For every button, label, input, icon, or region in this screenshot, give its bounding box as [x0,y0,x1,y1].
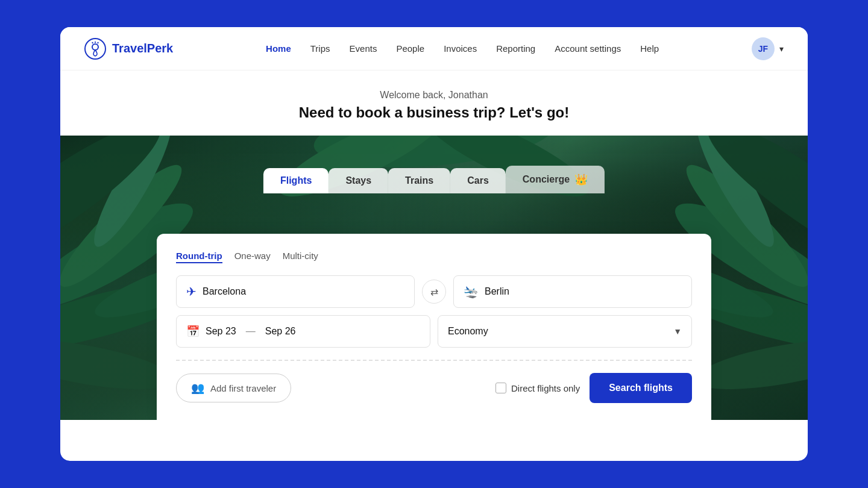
nav-trips[interactable]: Trips [310,43,330,54]
nav-events[interactable]: Events [350,43,377,54]
cabin-class-select[interactable]: Economy ▼ [438,315,692,348]
tab-cars[interactable]: Cars [450,168,506,193]
tab-flights-label: Flights [280,175,312,186]
nav-people[interactable]: People [396,43,424,54]
origin-field[interactable]: ✈ Barcelona [176,275,415,308]
tab-flights[interactable]: Flights [263,168,329,193]
destination-field[interactable]: 🛬 Berlin [453,275,692,308]
swap-button[interactable]: ⇄ [422,280,446,304]
main-nav: Home Trips Events People Invoices Report… [266,43,659,54]
bottom-right: Direct flights only Search flights [495,373,692,403]
add-traveler-label: Add first traveler [210,383,276,393]
date-separator: — [246,326,256,337]
logo[interactable]: TravelPerk [84,38,173,60]
avatar[interactable]: JF [752,37,775,60]
cabin-class-value: Economy [448,326,488,337]
svg-line-4 [92,42,93,43]
app-window: TravelPerk Home Trips Events People Invo… [60,27,808,461]
date-cabin-row: 📅 Sep 23 — Sep 26 Economy ▼ [176,315,692,348]
tab-stays-label: Stays [345,175,371,186]
tab-concierge[interactable]: Concierge 👑 [506,166,605,193]
cabin-chevron-icon: ▼ [673,327,682,336]
route-row: ✈ Barcelona ⇄ 🛬 Berlin [176,275,692,308]
welcome-greeting: Welcome back, Jonathan [60,90,808,101]
trip-type-multi-city[interactable]: Multi-city [283,251,318,263]
trip-type-tabs: Round-trip One-way Multi-city [176,251,692,263]
nav-account-settings[interactable]: Account settings [555,43,621,54]
nav-invoices[interactable]: Invoices [444,43,477,54]
arrival-plane-icon: 🛬 [464,284,479,299]
hero-area: Flights Stays Trains Cars Concierge 👑 Ro… [60,136,808,420]
tab-trains[interactable]: Trains [388,168,450,193]
tab-cars-label: Cars [467,175,489,186]
welcome-section: Welcome back, Jonathan Need to book a bu… [60,70,808,121]
trip-type-one-way[interactable]: One-way [234,251,271,263]
search-card: Round-trip One-way Multi-city ✈ Barcelon… [157,234,711,420]
welcome-headline: Need to book a business trip? Let's go! [60,104,808,121]
bottom-row: 👥 Add first traveler Direct flights only… [176,373,692,403]
direct-flights-text: Direct flights only [511,383,580,393]
chevron-down-icon[interactable]: ▾ [779,44,784,54]
concierge-crown-icon: 👑 [574,173,588,186]
nav-home[interactable]: Home [266,43,291,54]
date-range-field[interactable]: 📅 Sep 23 — Sep 26 [176,315,430,348]
logo-icon [84,38,106,60]
svg-line-3 [98,42,98,43]
search-tabs: Flights Stays Trains Cars Concierge 👑 [263,166,605,193]
origin-value: Barcelona [203,286,246,297]
header: TravelPerk Home Trips Events People Invo… [60,27,808,70]
add-traveler-icon: 👥 [191,381,204,395]
direct-flights-checkbox[interactable] [495,383,506,393]
add-traveler-button[interactable]: 👥 Add first traveler [176,374,291,402]
logo-text: TravelPerk [112,42,173,55]
nav-reporting[interactable]: Reporting [496,43,535,54]
swap-icon: ⇄ [430,286,438,298]
trip-type-round-trip[interactable]: Round-trip [176,251,222,263]
tab-trains-label: Trains [405,175,433,186]
departure-plane-icon: ✈ [186,284,197,299]
date-to: Sep 26 [265,326,296,337]
header-right: JF ▾ [752,37,784,60]
form-divider [176,360,692,361]
date-from: Sep 23 [206,326,236,337]
svg-point-1 [92,44,98,50]
nav-help[interactable]: Help [640,43,659,54]
direct-flights-label[interactable]: Direct flights only [495,383,580,393]
destination-value: Berlin [485,286,509,297]
search-flights-button[interactable]: Search flights [590,373,692,403]
calendar-icon: 📅 [186,325,200,338]
tab-concierge-label: Concierge [523,174,570,185]
tab-stays[interactable]: Stays [329,168,388,193]
